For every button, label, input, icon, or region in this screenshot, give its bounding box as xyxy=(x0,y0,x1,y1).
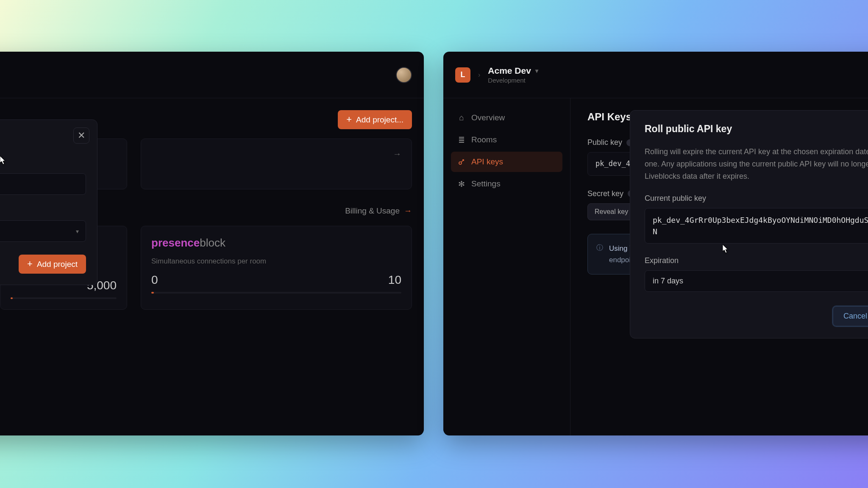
plus-icon xyxy=(27,259,33,269)
chevron-down-icon: ▾ xyxy=(76,228,79,235)
gear-icon: ✻ xyxy=(458,180,465,188)
left-header xyxy=(0,52,424,98)
modal-description: Rolling will expire the current API key … xyxy=(645,146,868,182)
sidebar-item-label: Rooms xyxy=(471,135,497,144)
info-icon: ⓘ xyxy=(596,244,603,266)
current-key-value[interactable]: pk_dev_4GrRr0Up3bexEJdg4kByoOYNdiMNOiMD0… xyxy=(645,208,868,244)
sidebar-item-label: API keys xyxy=(471,157,503,166)
metric-brand: presence xyxy=(151,236,200,249)
metric-card-presence: presenceblock Simultaneous connections p… xyxy=(141,226,412,310)
sidebar: ⌂ Overview ≣ Rooms API keys ✻ Settings xyxy=(443,98,570,435)
expiration-select[interactable]: in 7 days xyxy=(645,270,868,292)
note-title: Using xyxy=(609,244,627,252)
right-app-window: L › Acme Dev ▾ Development ⌂ Overview ≣ … xyxy=(443,52,868,435)
expiration-label: Expiration xyxy=(645,256,868,265)
org-subtitle: Development xyxy=(488,77,538,84)
cursor-icon xyxy=(723,244,729,254)
expiration-value: in 7 days xyxy=(653,277,683,285)
modal-title: Roll public API key xyxy=(645,123,868,135)
arrow-right-icon: → xyxy=(393,149,401,159)
add-project-submit-label: Add project xyxy=(37,260,78,269)
chevron-right-icon: › xyxy=(478,71,480,79)
sidebar-item-rooms[interactable]: ≣ Rooms xyxy=(451,130,562,150)
billing-usage-link[interactable]: Billing & Usage → xyxy=(345,206,412,216)
org-name-text: Acme Dev xyxy=(488,66,531,76)
metric-subtitle: Simultaneous connections per room xyxy=(151,257,401,266)
add-project-button-label: Add project... xyxy=(356,115,403,125)
reveal-key-label: Reveal key xyxy=(595,208,628,215)
cancel-label: Cancel xyxy=(843,312,867,320)
left-app-window: Add project... → Billing & Usage → 5,000 xyxy=(0,52,424,435)
roll-key-modal: Roll public API key Rolling will expire … xyxy=(630,110,868,338)
cancel-button[interactable]: Cancel xyxy=(833,306,868,326)
current-key-label: Current public key xyxy=(645,194,868,203)
org-initial: L xyxy=(461,70,465,79)
sidebar-item-overview[interactable]: ⌂ Overview xyxy=(451,108,562,128)
key-icon xyxy=(458,158,465,166)
metric-current: 0 xyxy=(151,273,158,287)
sidebar-item-settings[interactable]: ✻ Settings xyxy=(451,174,562,194)
sidebar-item-label: Settings xyxy=(471,179,501,189)
metric-suffix: block xyxy=(200,236,225,249)
billing-link-label: Billing & Usage xyxy=(345,206,400,216)
list-icon: ≣ xyxy=(458,136,465,144)
home-icon: ⌂ xyxy=(458,114,465,122)
avatar[interactable] xyxy=(396,67,412,83)
metric-limit: 10 xyxy=(388,273,401,287)
close-button[interactable]: ✕ xyxy=(73,128,89,144)
sidebar-item-label: Overview xyxy=(471,113,505,122)
plus-icon xyxy=(346,115,352,125)
add-project-popover: ✕ Development ▾ Add project xyxy=(0,119,97,285)
right-header: L › Acme Dev ▾ Development xyxy=(443,52,868,98)
arrow-right-icon: → xyxy=(404,206,412,216)
environment-select[interactable]: Development ▾ xyxy=(0,220,86,242)
sidebar-item-api-keys[interactable]: API keys xyxy=(451,152,562,172)
org-badge[interactable]: L xyxy=(455,67,470,83)
org-switcher[interactable]: Acme Dev ▾ Development xyxy=(488,66,538,84)
main-content: API Keys Public key pk_dev_4GrRr0Up3bexE… xyxy=(570,98,868,435)
project-name-input[interactable] xyxy=(0,173,86,195)
reveal-key-button[interactable]: Reveal key xyxy=(587,203,635,220)
chevron-down-icon: ▾ xyxy=(535,67,538,74)
svg-point-0 xyxy=(459,162,462,164)
add-project-submit-button[interactable]: Add project xyxy=(19,255,86,274)
add-project-button[interactable]: Add project... xyxy=(338,110,412,129)
project-card-2[interactable]: → xyxy=(141,139,412,189)
close-icon: ✕ xyxy=(78,130,85,141)
